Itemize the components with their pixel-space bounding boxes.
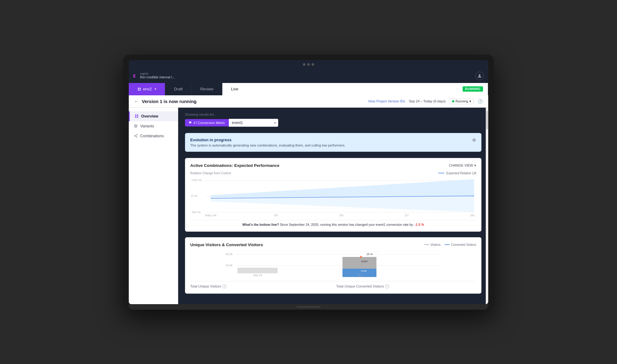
svg-text:Sep 24: Sep 24 (253, 274, 262, 277)
visitors-chart-title: Unique Visitors & Converted Visitors (190, 242, 263, 247)
running-status-pill[interactable]: Running ▾ (449, 98, 474, 104)
performance-chart-svg: +50 % 0 % -50 % (190, 177, 476, 217)
bottom-line-prefix: What's the bottom line? (242, 223, 279, 226)
svg-text:15 %: 15 % (367, 253, 373, 256)
running-chevron: ▾ (469, 99, 471, 103)
svg-text:26: 26 (339, 213, 343, 217)
svg-rect-5 (135, 115, 136, 116)
unique-visitors-label: Total Unique Visitors i (190, 284, 330, 288)
svg-text:+50 %: +50 % (191, 178, 202, 181)
date-range: Sep 24 – Today (6 days) (409, 99, 446, 103)
evolution-description: The system is automatically generating n… (190, 143, 346, 147)
svg-rect-8 (137, 117, 138, 118)
tab-review[interactable]: Review (191, 83, 222, 95)
svg-rect-34 (237, 268, 278, 273)
metric-label: 🏷 Conversion Metric (185, 119, 229, 126)
svg-text:5148: 5148 (361, 270, 367, 272)
metric-select[interactable]: event1 event2 event3 (229, 119, 278, 127)
metric-row: 🏷 Conversion Metric event1 event2 event3 (185, 119, 481, 127)
env-chevron: ▾ (155, 87, 156, 91)
bottom-line-value: -1.5 % (415, 223, 424, 226)
converted-visitors-label: Total Unique Converted Visitors i (336, 284, 476, 288)
svg-rect-2 (140, 88, 141, 89)
visitors-chart-card: Unique Visitors & Converted Visitors Vis… (185, 237, 481, 294)
svg-rect-3 (138, 89, 139, 91)
bottom-line-text: Since September 24, 2020, running this v… (280, 223, 415, 226)
chart-legend: Expected Relative Lift (438, 172, 476, 175)
svg-point-12 (136, 134, 137, 135)
chart-y-label: Relative Change from Control (190, 172, 231, 175)
browser-dot-red (303, 63, 305, 66)
main-layout: Overview Variants Combinations Showing r… (129, 108, 488, 304)
performance-chart-title: Active Combinations: Expected Performanc… (190, 163, 279, 168)
visitors-legend-row: Visitors Converted Visitors (424, 243, 476, 246)
evolution-text: Evolution in progress The system is auto… (190, 138, 346, 147)
app-org: org321 (140, 72, 175, 76)
visitors-legend-label: Visitors (430, 243, 441, 246)
app-topbar: ε org321 thin credible interval l... (129, 69, 488, 83)
visitors-legend-item: Visitors (424, 243, 441, 246)
svg-text:25: 25 (274, 213, 278, 217)
overview-icon (135, 114, 139, 118)
svg-rect-7 (135, 117, 136, 118)
legend-label: Expected Relative Lift (446, 172, 476, 175)
svg-text:0 %: 0 % (191, 194, 198, 197)
svg-line-14 (135, 135, 136, 136)
view-project-link[interactable]: View Project Version IDs (368, 99, 405, 103)
app-title: thin credible interval l... (140, 75, 175, 79)
showing-results-label: Showing results for... (185, 113, 481, 116)
svg-point-13 (136, 137, 137, 137)
tab-env[interactable]: env2 ▾ (129, 83, 165, 95)
running-label: Running (455, 99, 468, 103)
env-label: env2 (143, 87, 152, 91)
user-avatar[interactable] (475, 72, 484, 80)
evolution-title: Evolution in progress (190, 138, 346, 142)
svg-text:33497: 33497 (361, 260, 368, 263)
version-title: Version 1 is now running (142, 99, 365, 104)
svg-text:Sep 24: Sep 24 (205, 213, 216, 217)
sidebar-item-overview[interactable]: Overview (129, 111, 178, 121)
performance-chart-header: Active Combinations: Expected Performanc… (190, 163, 476, 168)
svg-marker-23 (211, 179, 474, 198)
visitors-chart-header: Unique Visitors & Converted Visitors Vis… (190, 242, 476, 247)
gear-icon[interactable]: ⚙ (472, 138, 476, 143)
svg-text:-50 %: -50 % (191, 210, 201, 213)
legend-line (438, 173, 444, 173)
visitors-chart-area: 40.0k 20.0k Sep 24 (190, 251, 476, 279)
app-logo: ε (133, 72, 136, 79)
converted-visitors-text: Total Unique Converted Visitors (336, 284, 384, 288)
sidebar-item-variants[interactable]: Variants (129, 121, 178, 131)
combinations-icon (134, 134, 138, 138)
svg-text:20.0k: 20.0k (226, 264, 233, 267)
unique-visitors-info-icon[interactable]: i (222, 284, 226, 288)
tab-draft[interactable]: Draft (165, 83, 191, 95)
change-view-chevron: ▾ (474, 163, 476, 168)
back-button[interactable]: ← (134, 99, 139, 104)
clock-icon[interactable]: 🕐 (478, 99, 483, 104)
metric-select-wrapper[interactable]: event1 event2 event3 (229, 119, 278, 127)
svg-point-40 (360, 256, 362, 258)
svg-text:27: 27 (405, 213, 409, 217)
performance-chart-bottom: What's the bottom line? Since September … (190, 220, 476, 226)
version-bar: ← Version 1 is now running View Project … (129, 95, 488, 108)
performance-chart-card: Active Combinations: Expected Performanc… (185, 158, 481, 232)
sidebar-item-combinations[interactable]: Combinations (129, 131, 178, 141)
browser-dot-yellow (307, 63, 310, 66)
svg-point-11 (134, 135, 135, 136)
running-badge: RUNNING (463, 86, 483, 92)
bottom-stats: Total Unique Visitors i Total Unique Con… (190, 281, 476, 288)
svg-rect-6 (137, 115, 138, 116)
laptop-base (129, 304, 488, 310)
svg-line-15 (135, 136, 136, 137)
scrollbar-track (486, 108, 488, 304)
svg-point-9 (134, 125, 137, 128)
flag-icon (189, 121, 192, 124)
change-view-button[interactable]: CHANGE VIEW ▾ (449, 163, 476, 168)
svg-point-10 (135, 125, 136, 126)
browser-dot-green (312, 63, 314, 66)
converted-visitors-info-icon[interactable]: i (385, 284, 389, 288)
tab-live[interactable]: Live RUNNING (222, 83, 488, 95)
scrollbar-thumb[interactable] (486, 111, 488, 129)
app-title-area: org321 thin credible interval l... (140, 72, 175, 80)
nav-tabs: env2 ▾ Draft Review Live RUNNING (129, 83, 488, 95)
